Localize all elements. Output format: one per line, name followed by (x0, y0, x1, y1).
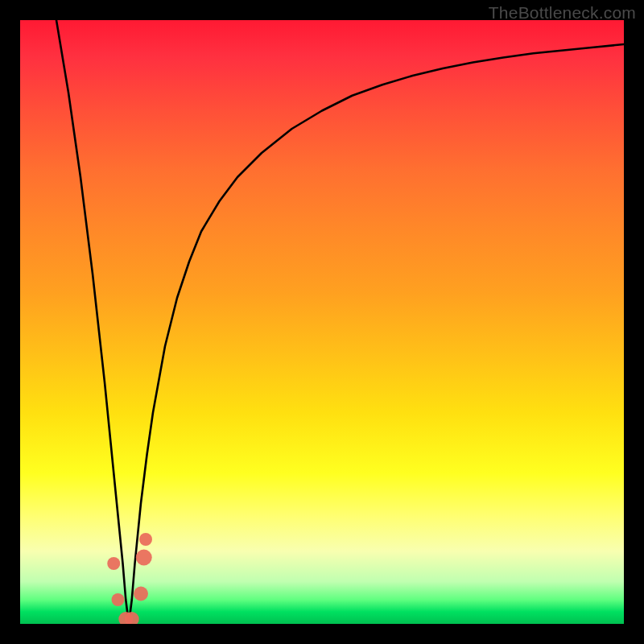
plot-area (20, 20, 624, 624)
point-right-lower (134, 587, 148, 601)
point-left-lower (112, 593, 125, 606)
watermark-text: TheBottleneck.com (489, 3, 636, 23)
chart-frame: TheBottleneck.com (0, 0, 644, 644)
bottleneck-curve-path (56, 20, 624, 624)
point-right-upper (136, 550, 152, 566)
chart-overlay (20, 20, 624, 624)
bottleneck-curve (56, 20, 624, 624)
point-left-upper (107, 557, 120, 570)
point-right-upper2 (139, 533, 152, 546)
